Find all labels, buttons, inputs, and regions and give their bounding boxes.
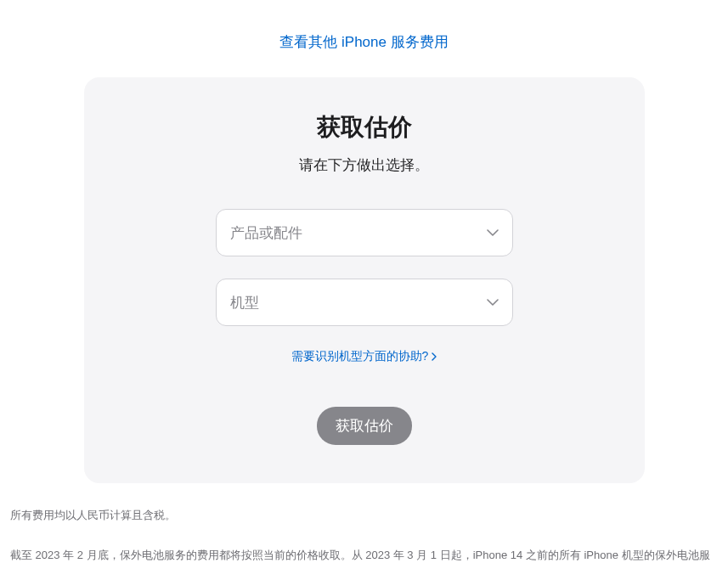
- card-subtitle: 请在下方做出选择。: [118, 155, 611, 175]
- card-title: 获取估价: [118, 111, 611, 144]
- chevron-down-icon: [487, 299, 499, 306]
- footnotes: 所有费用均以人民币计算且含税。 截至 2023 年 2 月底，保外电池服务的费用…: [0, 483, 728, 563]
- estimate-card: 获取估价 请在下方做出选择。 产品或配件 机型 需要识别机型方面的协助? 获取估…: [84, 77, 645, 483]
- chevron-right-icon: [432, 352, 437, 361]
- top-link-container: 查看其他 iPhone 服务费用: [0, 0, 728, 77]
- product-select[interactable]: 产品或配件: [216, 209, 513, 256]
- product-select-placeholder: 产品或配件: [230, 223, 302, 243]
- button-row: 获取估价: [118, 407, 611, 445]
- get-estimate-button[interactable]: 获取估价: [317, 407, 412, 445]
- model-select-placeholder: 机型: [230, 293, 259, 312]
- footnote-price-change: 截至 2023 年 2 月底，保外电池服务的费用都将按照当前的价格收取。从 20…: [10, 545, 718, 563]
- model-select[interactable]: 机型: [216, 279, 513, 326]
- identify-model-help-link[interactable]: 需要识别机型方面的协助?: [291, 349, 437, 364]
- chevron-down-icon: [487, 229, 499, 236]
- product-select-wrap: 产品或配件: [216, 209, 513, 256]
- model-select-wrap: 机型: [216, 279, 513, 326]
- other-services-link[interactable]: 查看其他 iPhone 服务费用: [279, 34, 448, 50]
- footnote-price-prefix: 截至 2023 年 2 月底，保外电池服务的费用都将按照当前的价格收取。从 20…: [10, 549, 710, 563]
- footnote-tax: 所有费用均以人民币计算且含税。: [10, 505, 718, 526]
- help-link-label: 需要识别机型方面的协助?: [291, 349, 429, 364]
